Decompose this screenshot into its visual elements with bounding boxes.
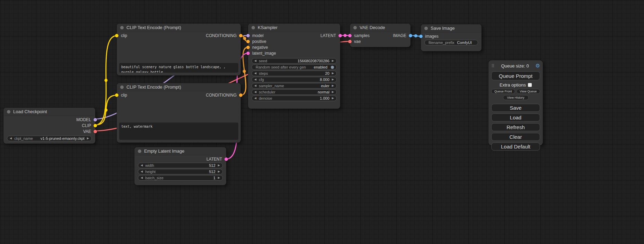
node-titlebar[interactable]: CLIP Text Encode (Prompt) xyxy=(117,24,241,32)
node-graph-canvas[interactable]: Load Checkpoint MODEL CLIP VAE ◀ ckpt_na… xyxy=(0,0,644,244)
output-port-vae[interactable] xyxy=(94,130,97,133)
increment-arrow-icon[interactable]: ▶ xyxy=(218,170,220,173)
input-port-positive[interactable] xyxy=(246,40,250,43)
decrement-arrow-icon[interactable]: ◀ xyxy=(254,91,256,93)
output-label-image: IMAGE xyxy=(393,33,406,38)
increment-arrow-icon[interactable]: ▶ xyxy=(332,78,334,81)
decrement-arrow-icon[interactable]: ◀ xyxy=(254,84,256,87)
queue-prompt-button[interactable]: Queue Prompt xyxy=(491,71,540,80)
collapse-dot-icon[interactable] xyxy=(120,26,124,29)
node-save-image[interactable]: Save Image images filename_prefix ComfyU… xyxy=(421,24,482,51)
decrement-arrow-icon[interactable]: ◀ xyxy=(141,164,143,167)
widget-value: 8.000 xyxy=(320,78,329,82)
view-queue-button[interactable]: View Queue xyxy=(517,89,540,94)
input-port-images[interactable] xyxy=(419,35,423,38)
collapse-dot-icon[interactable] xyxy=(120,85,124,89)
node-titlebar[interactable]: Load Checkpoint xyxy=(3,108,95,116)
widget-sampler-name[interactable]: ◀ sampler_name euler ▶ xyxy=(252,83,337,89)
output-port-conditioning[interactable] xyxy=(239,34,242,37)
widget-filename-prefix[interactable]: filename_prefix ComfyUI xyxy=(424,40,478,45)
negative-prompt-textarea[interactable]: text, watermark xyxy=(119,123,238,140)
decrement-arrow-icon[interactable]: ◀ xyxy=(254,72,256,75)
clear-button[interactable]: Clear xyxy=(491,133,540,141)
increment-arrow-icon[interactable]: ▶ xyxy=(332,91,334,93)
increment-arrow-icon[interactable]: ▶ xyxy=(218,164,220,167)
output-label-latent: LATENT xyxy=(206,157,222,162)
comfy-menu-panel[interactable]: ⠿ Queue size: 0 ⚙ Queue Prompt Extra opt… xyxy=(488,60,543,145)
node-title: CLIP Text Encode (Prompt) xyxy=(126,84,181,90)
node-titlebar[interactable]: Empty Latent Image xyxy=(134,147,226,155)
input-port-negative[interactable] xyxy=(246,46,250,49)
queue-front-button[interactable]: Queue Front xyxy=(491,89,515,94)
toggle-knob[interactable] xyxy=(331,66,334,69)
decrement-arrow-icon[interactable]: ◀ xyxy=(254,97,256,100)
collapse-dot-icon[interactable] xyxy=(353,26,357,29)
widget-cfg[interactable]: ◀ cfg 8.000 ▶ xyxy=(252,77,337,82)
node-clip-text-encode-negative[interactable]: CLIP Text Encode (Prompt) clip CONDITION… xyxy=(117,83,241,143)
output-port-latent[interactable] xyxy=(224,157,228,161)
decrement-arrow-icon[interactable]: ◀ xyxy=(254,78,256,81)
increment-arrow-icon[interactable]: ▶ xyxy=(332,60,334,62)
widget-batch-size[interactable]: ◀ batch_size 1 ▶ xyxy=(138,175,223,181)
input-port-clip[interactable] xyxy=(115,34,118,37)
increment-arrow-icon[interactable]: ▶ xyxy=(332,72,334,75)
collapse-dot-icon[interactable] xyxy=(7,110,10,114)
input-port-clip[interactable] xyxy=(115,93,118,97)
view-history-button[interactable]: View History xyxy=(503,95,529,100)
widget-value: 1.000 xyxy=(320,96,329,100)
widget-steps[interactable]: ◀ steps 20 ▶ xyxy=(252,71,337,76)
decrement-arrow-icon[interactable]: ◀ xyxy=(141,170,143,173)
widget-denoise[interactable]: ◀ denoise 1.000 ▶ xyxy=(252,96,337,101)
collapse-dot-icon[interactable] xyxy=(138,150,141,153)
refresh-button[interactable]: Refresh xyxy=(491,123,540,131)
load-button[interactable]: Load xyxy=(491,114,540,121)
widget-ckpt-name[interactable]: ◀ ckpt_name v1-5-pruned-emaonly.ckpt ▶ xyxy=(7,136,92,141)
node-titlebar[interactable]: CLIP Text Encode (Prompt) xyxy=(117,83,241,91)
link-midpoint-dot xyxy=(414,34,417,37)
save-button[interactable]: Save xyxy=(491,104,540,112)
output-port-clip[interactable] xyxy=(94,124,97,127)
input-port-samples[interactable] xyxy=(348,34,352,37)
node-clip-text-encode-positive[interactable]: CLIP Text Encode (Prompt) clip CONDITION… xyxy=(117,24,241,75)
positive-prompt-textarea[interactable]: beautiful scenery nature glass bottle la… xyxy=(119,63,238,73)
widget-height[interactable]: ◀ height 512 ▶ xyxy=(138,169,223,174)
widget-value: ComfyUI xyxy=(457,40,472,45)
increment-arrow-icon[interactable]: ▶ xyxy=(332,84,334,87)
node-empty-latent-image[interactable]: Empty Latent Image LATENT ◀ width 512 ▶ … xyxy=(134,147,226,185)
widget-name: width xyxy=(145,163,154,168)
node-ksampler[interactable]: KSampler model LATENT positive negative … xyxy=(248,24,340,109)
node-titlebar[interactable]: Save Image xyxy=(421,24,482,33)
output-port-latent[interactable] xyxy=(338,34,342,37)
drag-handle-icon[interactable]: ⠿ xyxy=(491,63,495,69)
collapse-dot-icon[interactable] xyxy=(424,27,428,30)
link-midpoint-dot xyxy=(105,79,108,82)
input-port-vae[interactable] xyxy=(348,40,352,43)
widget-seed[interactable]: ◀ seed 156680208700286 ▶ xyxy=(252,58,337,64)
decrement-arrow-icon[interactable]: ◀ xyxy=(141,177,143,179)
load-default-button[interactable]: Load Default xyxy=(491,143,540,151)
widget-random-seed-toggle[interactable]: Random seed after every gen enabled xyxy=(252,64,337,70)
node-title: KSampler xyxy=(258,25,277,30)
input-port-latent-image[interactable] xyxy=(246,52,250,55)
increment-arrow-icon[interactable]: ▶ xyxy=(332,97,334,100)
increment-arrow-icon[interactable]: ▶ xyxy=(218,177,220,179)
decrement-arrow-icon[interactable]: ◀ xyxy=(254,60,256,62)
collapse-dot-icon[interactable] xyxy=(252,26,255,29)
node-titlebar[interactable]: VAE Decode xyxy=(350,24,411,32)
widget-value: v1-5-pruned-emaonly.ckpt xyxy=(41,136,85,141)
extra-options-checkbox[interactable] xyxy=(528,83,532,87)
settings-gear-icon[interactable]: ⚙ xyxy=(536,63,540,69)
node-titlebar[interactable]: KSampler xyxy=(248,24,340,32)
widget-scheduler[interactable]: ◀ scheduler normal ▶ xyxy=(252,89,337,95)
increment-arrow-icon[interactable]: ▶ xyxy=(87,137,89,140)
node-load-checkpoint[interactable]: Load Checkpoint MODEL CLIP VAE ◀ ckpt_na… xyxy=(3,108,95,144)
widget-width[interactable]: ◀ width 512 ▶ xyxy=(138,163,223,168)
widget-name: seed xyxy=(259,59,267,63)
output-port-image[interactable] xyxy=(409,34,412,37)
decrement-arrow-icon[interactable]: ◀ xyxy=(10,137,12,140)
widget-value: normal xyxy=(318,90,329,94)
output-port-model[interactable] xyxy=(94,118,97,121)
output-port-conditioning[interactable] xyxy=(239,93,242,97)
input-port-model[interactable] xyxy=(246,34,250,37)
node-vae-decode[interactable]: VAE Decode samples IMAGE vae xyxy=(350,24,411,47)
